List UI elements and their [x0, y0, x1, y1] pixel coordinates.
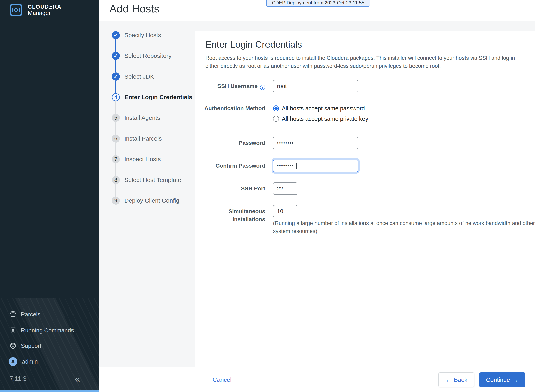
- confirm-password-label: Confirm Password: [195, 160, 265, 172]
- sidebar-bottom-accent: [0, 390, 99, 392]
- radio-same-private-key[interactable]: All hosts accept same private key: [273, 116, 368, 122]
- step-number: 9: [112, 197, 120, 205]
- wizard-step-1: ✓ Specify Hosts: [112, 31, 161, 39]
- ssh-username-label: SSH Usernamei: [195, 80, 265, 92]
- wizard-step-2: ✓ Select Repository: [112, 52, 172, 60]
- page-title: Add Hosts: [109, 2, 159, 15]
- step-connector: [116, 80, 116, 93]
- wizard-step-9: 9 Deploy Client Config: [112, 197, 179, 205]
- sidebar-item-label: Running Commands: [21, 327, 74, 334]
- step-content-card: Enter Login Credentials Root access to y…: [195, 31, 535, 367]
- lifebuoy-icon: [10, 342, 16, 349]
- password-label: Password: [195, 137, 265, 149]
- step-connector: [116, 122, 116, 135]
- step-number: 7: [112, 155, 120, 163]
- simultaneous-installations-help: (Running a large number of installations…: [273, 219, 535, 235]
- sidebar-item-running-commands[interactable]: Running Commands: [10, 326, 74, 335]
- info-icon[interactable]: i: [260, 85, 265, 90]
- wizard-step-7: 7 Inspect Hosts: [112, 155, 161, 163]
- radio-unselected-icon: [273, 116, 279, 122]
- step-number: 8: [112, 176, 120, 184]
- confirm-password-input[interactable]: [273, 160, 358, 172]
- main-area: Add Hosts CDEP Deployment from 2023-Oct-…: [99, 0, 535, 392]
- cancel-button[interactable]: Cancel: [213, 367, 231, 392]
- page-header: Add Hosts CDEP Deployment from 2023-Oct-…: [99, 0, 535, 21]
- auth-method-label: Authentication Method: [195, 105, 265, 112]
- sidebar-item-parcels[interactable]: Parcels: [10, 310, 40, 319]
- step-number: 6: [112, 135, 120, 143]
- brand-name: CLOUDΞRA: [28, 4, 61, 10]
- step-connector: [116, 143, 116, 155]
- sidebar-item-admin[interactable]: A admin: [10, 357, 38, 366]
- deployment-badge: CDEP Deployment from 2023-Oct-23 11:55: [266, 0, 370, 7]
- hourglass-icon: [10, 327, 16, 334]
- step-check-icon: ✓: [112, 52, 120, 60]
- continue-arrow-icon: →: [512, 377, 519, 383]
- step-connector: [116, 163, 116, 176]
- wizard-step-4: 4 Enter Login Credentials: [112, 93, 192, 101]
- continue-button[interactable]: Continue →: [479, 372, 525, 387]
- step-connector: [116, 39, 116, 52]
- gift-icon: [10, 311, 16, 318]
- back-arrow-icon: ←: [445, 377, 451, 383]
- step-connector: [116, 184, 116, 197]
- sidebar-item-label: Support: [21, 343, 41, 349]
- admin-avatar: A: [9, 357, 18, 366]
- step-number: 5: [112, 114, 120, 122]
- cloudera-manager-logo[interactable]: CLOUDΞRA Manager: [10, 4, 61, 16]
- cloudera-logo-icon: [10, 4, 23, 16]
- wizard-workspace: ✓ Specify Hosts ✓ Select Repository ✓ Se…: [99, 21, 535, 367]
- radio-selected-icon: [273, 105, 279, 112]
- ssh-username-input[interactable]: [273, 80, 358, 92]
- step-connector: [116, 101, 116, 114]
- simultaneous-installations-label: Simultaneous Installations: [195, 207, 265, 224]
- brand-product: Manager: [28, 10, 61, 16]
- wizard-step-8: 8 Select Host Template: [112, 176, 181, 184]
- simultaneous-installations-input[interactable]: [273, 205, 298, 218]
- app-root: { "palette": { "sidebar_bg": "#18262f", …: [0, 0, 535, 392]
- sidebar-item-support[interactable]: Support: [10, 341, 41, 350]
- radio-same-password[interactable]: All hosts accept same password: [273, 105, 365, 112]
- content-description: Root access to your hosts is required to…: [205, 54, 516, 70]
- step-number: 4: [112, 93, 120, 101]
- sidebar-item-label: Parcels: [21, 311, 40, 318]
- wizard-step-6: 6 Install Parcels: [112, 135, 162, 143]
- sidebar-collapse-icon[interactable]: «: [75, 373, 80, 384]
- wizard-footer: Cancel ← Back Continue →: [99, 367, 535, 392]
- sidebar: CLOUDΞRA Manager Parcels Running Command…: [0, 0, 99, 392]
- ssh-port-input[interactable]: [273, 182, 298, 195]
- password-input[interactable]: [273, 137, 358, 149]
- step-check-icon: ✓: [112, 31, 120, 39]
- wizard-step-3: ✓ Select JDK: [112, 73, 154, 80]
- step-check-icon: ✓: [112, 73, 120, 80]
- ssh-port-label: SSH Port: [195, 182, 265, 195]
- text-cursor: [296, 163, 297, 169]
- back-button[interactable]: ← Back: [438, 372, 474, 387]
- content-heading: Enter Login Credentials: [205, 39, 302, 50]
- sidebar-item-label: admin: [22, 359, 38, 365]
- wizard-step-5: 5 Install Agents: [112, 114, 160, 122]
- step-connector: [116, 60, 116, 73]
